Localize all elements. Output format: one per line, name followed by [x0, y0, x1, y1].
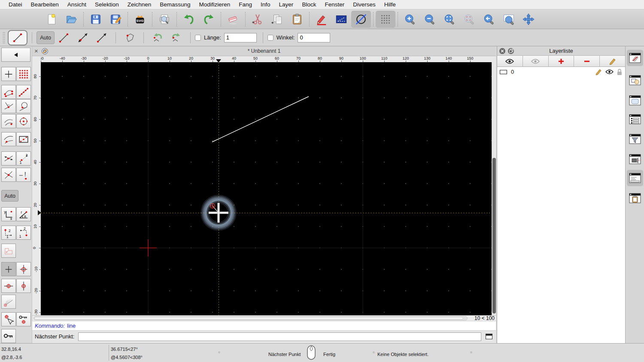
- snap-on-entity-button[interactable]: [16, 85, 31, 99]
- clipboard-panel-button[interactable]: [627, 190, 643, 206]
- menu-item-block[interactable]: Block: [298, 1, 320, 8]
- length-checkbox-box[interactable]: [195, 35, 201, 41]
- lock-relative-zero-button[interactable]: [16, 312, 31, 326]
- view-list-panel-button[interactable]: [627, 92, 643, 109]
- block-list-panel-button[interactable]: [627, 72, 643, 88]
- restrict-x-then-y-button[interactable]: 12: [1, 226, 16, 240]
- selection-filter-panel-button[interactable]: [627, 131, 643, 147]
- layer-edit-icon[interactable]: [595, 68, 602, 75]
- menu-item-info[interactable]: Info: [256, 1, 275, 8]
- pan-button[interactable]: [519, 11, 538, 28]
- relative-zero-plus-button[interactable]: [1, 262, 16, 276]
- remove-layer-button[interactable]: [574, 56, 600, 66]
- snap-reference-button[interactable]: [16, 132, 31, 146]
- svg-export-button[interactable]: SVG: [130, 11, 150, 28]
- snap-tangent-point-button[interactable]: [1, 132, 16, 146]
- back-button[interactable]: [1, 48, 30, 62]
- menu-item-bemassung[interactable]: Bemassung: [155, 1, 194, 8]
- angle-checkbox-box[interactable]: [267, 35, 273, 41]
- snap-perpendicular-button[interactable]: [1, 99, 16, 113]
- snap-grid-button[interactable]: [16, 67, 31, 81]
- library-browser-panel-button[interactable]: [627, 151, 643, 167]
- restrict-auto-button[interactable]: Auto: [1, 190, 18, 202]
- line-two-points-button[interactable]: [55, 30, 73, 45]
- snap-endpoints-button[interactable]: [1, 85, 16, 99]
- zoom-window-button[interactable]: [499, 11, 519, 28]
- length-checkbox[interactable]: Länge:: [195, 34, 224, 41]
- zoom-auto-button[interactable]: [440, 11, 459, 28]
- new-file-button[interactable]: [42, 11, 61, 28]
- menu-item-zeichnen[interactable]: Zeichnen: [123, 1, 156, 8]
- edit-layer-button[interactable]: [600, 56, 625, 66]
- menu-item-diverses[interactable]: Diverses: [349, 1, 380, 8]
- print-preview-button[interactable]: [155, 11, 174, 28]
- undo-segment-button[interactable]: [148, 30, 167, 45]
- restrict-horizontal-button[interactable]: [1, 279, 16, 293]
- save-button[interactable]: [86, 11, 106, 28]
- drawing-canvas[interactable]: [41, 62, 492, 315]
- polyline-button[interactable]: [120, 30, 139, 45]
- zoom-previous-button[interactable]: [479, 11, 499, 28]
- menu-item-fang[interactable]: Fang: [234, 1, 256, 8]
- snap-free-button[interactable]: [1, 67, 16, 81]
- undo-button[interactable]: [179, 11, 199, 28]
- layer-list-panel-button[interactable]: [627, 50, 643, 66]
- property-editor-panel-button[interactable]: [627, 111, 643, 127]
- menu-item-modifizieren[interactable]: Modifizieren: [195, 1, 235, 8]
- redo-segment-button[interactable]: [167, 30, 186, 45]
- close-panel-button[interactable]: [499, 48, 505, 54]
- delete-button[interactable]: [223, 11, 243, 28]
- dimension-style-button[interactable]: [331, 11, 351, 28]
- menu-item-fenster[interactable]: Fenster: [320, 1, 349, 8]
- select-reference-point-button[interactable]: [1, 312, 16, 326]
- snap-tangential-button[interactable]: [16, 99, 31, 113]
- snap-center-button[interactable]: [16, 114, 31, 128]
- snap-intersection-button[interactable]: [1, 168, 16, 182]
- angle-input[interactable]: [298, 33, 330, 42]
- snap-intersection-auto-button[interactable]: [1, 151, 16, 166]
- layer-lock-icon[interactable]: [617, 68, 623, 75]
- menu-item-bearbeiten[interactable]: Bearbeiten: [27, 1, 63, 8]
- layer-row[interactable]: 0: [497, 67, 625, 77]
- vertical-scrollbar[interactable]: [492, 62, 496, 315]
- snap-intersection-manual-button[interactable]: !: [16, 168, 31, 182]
- restrict-orthogonal-button[interactable]: yx: [1, 207, 16, 221]
- snap-distance-button[interactable]: 12: [16, 151, 31, 166]
- menu-item-datei[interactable]: Datei: [4, 1, 27, 8]
- drawn-line[interactable]: [212, 97, 309, 142]
- open-file-button[interactable]: [61, 11, 81, 28]
- copy-button[interactable]: [267, 11, 287, 28]
- layer-visibility-icon[interactable]: [605, 69, 614, 75]
- line-ray-button[interactable]: [92, 30, 111, 45]
- lock-zero-button[interactable]: [1, 329, 16, 343]
- menu-item-hilfe[interactable]: Hilfe: [380, 1, 400, 8]
- menu-item-selektion[interactable]: Selektion: [91, 1, 123, 8]
- zoom-in-button[interactable]: [400, 11, 420, 28]
- length-input[interactable]: [224, 33, 257, 42]
- redo-button[interactable]: [199, 11, 219, 28]
- restrict-polar-button[interactable]: ra: [16, 207, 31, 221]
- horizontal-scrollbar[interactable]: [33, 316, 468, 320]
- set-relative-zero-button[interactable]: [16, 262, 31, 276]
- line-mode-auto-button[interactable]: Auto: [36, 31, 55, 44]
- zoom-out-button[interactable]: [420, 11, 440, 28]
- paste-button[interactable]: [287, 11, 307, 28]
- menu-item-layer[interactable]: Layer: [275, 1, 298, 8]
- show-all-layers-button[interactable]: [497, 56, 523, 66]
- draft-mode-button[interactable]: [351, 11, 371, 28]
- vertical-scrollbar-thumb[interactable]: [492, 158, 496, 314]
- hide-all-layers-button[interactable]: [523, 56, 549, 66]
- cut-button[interactable]: [248, 11, 267, 28]
- restrict-vertical-button[interactable]: [16, 279, 31, 293]
- add-layer-button[interactable]: [549, 56, 574, 66]
- command-line-panel-button[interactable]: [627, 170, 643, 186]
- line-infinite-button[interactable]: [73, 30, 92, 45]
- toggle-command-line-button[interactable]: [484, 332, 494, 341]
- zoom-selection-button[interactable]: [459, 11, 479, 28]
- float-panel-button[interactable]: [508, 48, 514, 54]
- command-input[interactable]: [78, 332, 482, 341]
- menu-item-ansicht[interactable]: Ansicht: [63, 1, 91, 8]
- toolbar-grip[interactable]: [3, 32, 5, 44]
- grid-toggle-button[interactable]: [376, 11, 395, 28]
- restrict-y-then-x-button[interactable]: 12: [16, 226, 31, 240]
